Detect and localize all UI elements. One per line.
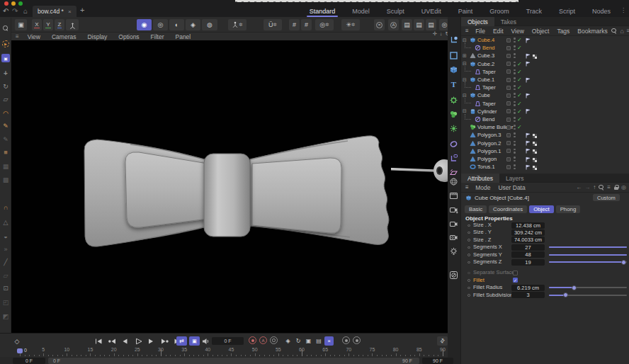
record-rotation-button[interactable]: ↻ [294,336,303,346]
visibility-dots[interactable] [514,132,516,138]
anim-dot-icon[interactable] [468,254,470,256]
cube-primitive-dim-2-button[interactable]: ▩ [1,175,11,185]
new-tab-button[interactable]: + [80,6,84,14]
visibility-dots[interactable] [514,38,516,43]
tree-row[interactable]: ⊟Cube.2✓ [461,60,629,68]
shading-box-button[interactable]: ◍ [202,19,217,30]
anim-dot-icon[interactable] [468,294,470,297]
shading-lines-button[interactable]: ◈ [186,19,200,30]
slider[interactable] [549,254,627,256]
enabled-check-icon[interactable]: ✓ [517,100,522,108]
record-position-button[interactable]: ◈ [283,336,293,346]
phong-tag-icon[interactable] [533,54,537,58]
render-to-picture-viewer-button[interactable]: ▤ [402,19,412,30]
flag-tag-icon[interactable] [526,164,531,170]
attributes-panel-tab-attributes[interactable]: Attributes [461,174,499,183]
visibility-dots[interactable] [514,125,516,130]
viewport-menu-filter[interactable]: Filter [145,33,170,40]
objects-menu-view[interactable]: View [507,28,528,35]
keyframe-presets-button[interactable] [353,336,361,344]
plane-tool-button[interactable]: ▱ [1,271,11,280]
play-button[interactable] [133,336,144,346]
value-field[interactable]: 19 [511,259,545,266]
visibility-dots[interactable] [514,141,516,147]
camera-button[interactable] [449,220,459,229]
grid-snap-button[interactable]: # [301,19,312,30]
layer-toggle[interactable] [506,69,511,74]
polygon-pen-button[interactable]: △ [1,217,11,227]
tree-row[interactable]: Polygon.3 [461,131,629,139]
anim-dot-icon[interactable] [468,239,470,241]
attribute-tab-object[interactable]: Object [529,205,554,213]
objects-menu-bookmarks[interactable]: Bookmarks [574,28,612,35]
home-icon[interactable]: ⌂ [620,28,623,35]
keyframe-selection-button[interactable] [342,336,350,344]
anim-dot-icon[interactable] [468,232,470,234]
enabled-check-icon[interactable]: ✓ [517,108,522,115]
phong-tag-icon[interactable] [533,149,537,153]
visibility-dots[interactable] [514,101,516,107]
value-field[interactable]: 27 [511,244,545,251]
object-name[interactable]: Cube.1 [477,76,494,84]
objects-panel-tab-objects[interactable]: Objects [461,17,494,26]
layer-toggle[interactable] [506,78,511,82]
torus-ring-button[interactable] [449,140,459,149]
slider[interactable] [549,295,627,296]
previous-key-button[interactable] [107,336,118,346]
layer-toggle[interactable] [506,165,511,169]
layer-toggle[interactable] [506,118,511,122]
attributes-panel-tab-layers[interactable]: Layers [499,174,531,183]
axis-x-button[interactable]: X [32,19,42,30]
tree-row[interactable]: ⊞Cube.3 [461,52,629,59]
object-name[interactable]: Cube.4 [477,36,494,44]
sphere-mask-button[interactable]: ◒ [1,232,11,241]
slider[interactable] [549,287,627,288]
visibility-dots[interactable] [514,69,516,75]
visibility-dots[interactable] [514,45,516,51]
arc-tool-button[interactable]: ◠ [1,108,11,118]
layout-tab-sculpt[interactable]: Sculpt [378,5,413,17]
layer-toggle[interactable] [506,86,511,90]
timeline-playhead[interactable] [17,348,23,353]
visibility-dots[interactable] [514,77,516,83]
render-region-button[interactable]: ◎ [153,19,168,30]
viewport-menu-options[interactable]: Options [113,33,144,40]
keyframe-settings-button[interactable] [270,336,278,344]
axis-tag-button[interactable] [449,154,459,164]
object-name[interactable]: Bend [482,44,495,52]
range-start-field[interactable]: 0 F [13,358,45,364]
value-field[interactable]: 12.438 cm [511,222,545,229]
visibility-dots[interactable] [514,109,516,115]
filter-icon[interactable]: ≡ [607,184,611,190]
cube-primitive-button[interactable] [449,65,459,75]
visibility-dots[interactable] [514,164,516,170]
record-pla-button[interactable]: × [324,336,334,346]
viewport-layout-button[interactable]: ▣ [15,19,27,30]
enabled-check-icon[interactable]: ✓ [517,123,522,131]
search-icon[interactable] [611,28,617,34]
current-frame-field[interactable]: 0 F [212,337,244,345]
zoom-window-button[interactable] [18,1,23,6]
viewport-menu-cameras[interactable]: Cameras [46,33,81,40]
up-arrow-icon[interactable]: ↑ [593,184,596,190]
minimize-window-button[interactable] [11,1,16,6]
back-arrow-icon[interactable]: ← [576,184,582,190]
anim-dot-icon[interactable] [468,272,470,275]
layout-tab-track[interactable]: Track [518,5,550,17]
object-name[interactable]: Polygon [477,155,497,163]
attributes-menu-mode[interactable]: Mode [472,184,494,191]
value-field[interactable]: 3 [511,292,545,298]
enabled-check-icon[interactable]: ✓ [517,115,522,123]
tree-row[interactable]: ⊟Cube.1✓ [461,76,629,84]
undo-icon[interactable]: ↶ [3,7,8,15]
layer-toggle[interactable] [506,109,511,113]
scale-tool-button[interactable]: ▱ [1,94,11,104]
lock-icon[interactable] [613,185,618,190]
mirror-snap-button[interactable]: ✳✲ [341,19,360,30]
objects-menu-file[interactable]: File [472,28,489,35]
move-tool-button[interactable]: + [1,68,11,78]
object-name[interactable]: Polygon.2 [477,140,501,147]
flag-tag-icon[interactable] [526,38,531,43]
layer-toggle[interactable] [506,101,511,106]
visibility-dots[interactable] [514,93,516,98]
